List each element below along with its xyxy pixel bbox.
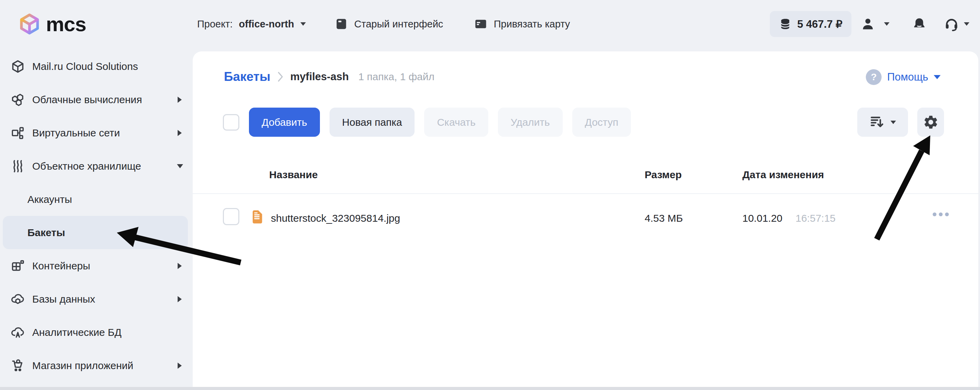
headset-icon bbox=[944, 16, 959, 32]
chevron-down-icon bbox=[891, 120, 896, 124]
access-button[interactable]: Доступ bbox=[572, 108, 631, 137]
sidebar-item-databases[interactable]: Базы данных bbox=[3, 282, 188, 315]
download-button[interactable]: Скачать bbox=[424, 108, 488, 137]
user-menu[interactable] bbox=[861, 0, 889, 48]
table-header-divider bbox=[193, 193, 978, 194]
sidebar-item-accounts[interactable]: Аккаунты bbox=[3, 183, 188, 216]
hexagons-icon bbox=[10, 92, 25, 107]
breadcrumb: Бакеты myfiles-ash 1 папка, 1 файл bbox=[224, 67, 434, 87]
cube-icon bbox=[10, 59, 25, 74]
column-header-name[interactable]: Название bbox=[269, 169, 318, 181]
chevron-down-icon bbox=[934, 75, 940, 79]
sidebar-item-label: Аккаунты bbox=[27, 193, 72, 205]
coins-icon bbox=[779, 17, 792, 30]
balance-amount: 5 467.7 ₽ bbox=[797, 18, 843, 30]
delete-button[interactable]: Удалить bbox=[498, 108, 563, 137]
chevron-right-icon bbox=[178, 263, 182, 269]
sidebar-item-containers[interactable]: Контейнеры bbox=[3, 249, 188, 282]
sidebar-item-label: Облачные вычисления bbox=[32, 94, 142, 106]
toolbar-right bbox=[857, 108, 944, 137]
sidebar: Mail.ru Cloud Solutions Облачные вычисле… bbox=[0, 48, 193, 390]
project-label: Проект: bbox=[197, 19, 233, 30]
notifications-button[interactable] bbox=[912, 0, 926, 48]
balance-badge[interactable]: 5 467.7 ₽ bbox=[770, 11, 851, 37]
chevron-down-icon bbox=[177, 164, 183, 168]
help-label: Помощь bbox=[887, 71, 928, 83]
select-all-checkbox[interactable] bbox=[223, 114, 239, 131]
sidebar-item-label: Объектное хранилище bbox=[32, 160, 141, 172]
chevron-down-icon bbox=[301, 22, 306, 26]
sidebar-item-cloud-computing[interactable]: Облачные вычисления bbox=[3, 83, 188, 116]
content-panel: Бакеты myfiles-ash 1 папка, 1 файл ? Пом… bbox=[193, 51, 978, 390]
old-interface-label: Старый интерфейс bbox=[354, 19, 443, 30]
mcs-cube-icon bbox=[18, 12, 41, 36]
chevron-right-icon bbox=[178, 97, 182, 103]
gear-icon bbox=[923, 114, 939, 130]
network-icon bbox=[10, 125, 25, 141]
breadcrumb-summary: 1 папка, 1 файл bbox=[358, 71, 434, 82]
support-menu[interactable] bbox=[944, 0, 969, 48]
toolbar: Добавить Новая папка Скачать Удалить Дос… bbox=[223, 108, 631, 137]
chevron-right-icon bbox=[178, 363, 182, 369]
breadcrumb-chevron-icon bbox=[277, 71, 283, 82]
sort-button[interactable] bbox=[857, 108, 908, 137]
file-icon bbox=[251, 208, 263, 225]
sidebar-item-object-storage[interactable]: Объектное хранилище bbox=[3, 149, 188, 183]
breadcrumb-buckets-link[interactable]: Бакеты bbox=[224, 70, 270, 84]
sidebar-item-label: Виртуальные сети bbox=[32, 127, 120, 139]
sidebar-item-label: Бакеты bbox=[27, 227, 65, 239]
logo-text: mcs bbox=[46, 12, 86, 36]
chevron-down-icon bbox=[964, 22, 969, 26]
file-time: 16:57:15 bbox=[795, 210, 836, 227]
top-bar: mcs Проект: office-north Старый интерфей… bbox=[0, 0, 980, 48]
project-value: office-north bbox=[239, 19, 294, 30]
cart-icon bbox=[10, 358, 25, 373]
containers-icon bbox=[10, 258, 25, 273]
project-selector[interactable]: Проект: office-north bbox=[197, 0, 306, 48]
file-name[interactable]: shutterstock_323095814.jpg bbox=[271, 210, 400, 227]
sidebar-item-marketplace[interactable]: Магазин приложений bbox=[3, 349, 188, 382]
bind-card-label: Привязать карту bbox=[494, 19, 570, 30]
sidebar-item-buckets[interactable]: Бакеты bbox=[3, 216, 188, 249]
help-menu[interactable]: ? Помощь bbox=[866, 69, 940, 85]
file-size: 4.53 МБ bbox=[644, 210, 683, 227]
sort-icon bbox=[869, 114, 885, 130]
user-icon bbox=[861, 17, 875, 31]
analytics-cloud-icon bbox=[10, 325, 25, 340]
chevron-right-icon bbox=[178, 130, 182, 136]
settings-button[interactable] bbox=[917, 108, 944, 137]
row-checkbox[interactable] bbox=[223, 208, 239, 225]
sidebar-item-mcs-home[interactable]: Mail.ru Cloud Solutions bbox=[3, 50, 188, 83]
sidebar-item-label: Аналитические БД bbox=[32, 327, 121, 338]
sidebar-item-analytics-db[interactable]: Аналитические БД bbox=[3, 315, 188, 349]
new-folder-button[interactable]: Новая папка bbox=[329, 108, 415, 137]
sidebar-item-label: Базы данных bbox=[32, 293, 95, 305]
mcs-logo[interactable]: mcs bbox=[18, 0, 86, 48]
file-date: 10.01.20 bbox=[742, 210, 783, 227]
row-actions-menu[interactable] bbox=[933, 212, 949, 216]
add-button[interactable]: Добавить bbox=[249, 108, 320, 137]
chevron-right-icon bbox=[178, 296, 182, 302]
breadcrumb-current: myfiles-ash bbox=[290, 71, 349, 83]
window-bottom-edge bbox=[0, 387, 980, 390]
sidebar-item-virtual-networks[interactable]: Виртуальные сети bbox=[3, 116, 188, 149]
sidebar-item-label: Mail.ru Cloud Solutions bbox=[32, 61, 138, 72]
window-icon bbox=[334, 17, 348, 31]
sidebar-item-label: Контейнеры bbox=[32, 260, 90, 272]
column-header-size[interactable]: Размер bbox=[644, 169, 682, 181]
bind-card-link[interactable]: Привязать карту bbox=[474, 0, 570, 48]
bell-icon bbox=[912, 17, 926, 31]
database-cloud-icon bbox=[10, 292, 25, 307]
question-mark-icon: ? bbox=[866, 69, 881, 85]
old-interface-link[interactable]: Старый интерфейс bbox=[334, 0, 443, 48]
credit-card-icon bbox=[474, 17, 488, 31]
object-storage-icon bbox=[10, 159, 25, 174]
app-window: mcs Проект: office-north Старый интерфей… bbox=[0, 0, 980, 390]
sidebar-item-label: Магазин приложений bbox=[32, 360, 134, 371]
column-header-date[interactable]: Дата изменения bbox=[742, 169, 824, 181]
chevron-down-icon bbox=[884, 22, 889, 26]
